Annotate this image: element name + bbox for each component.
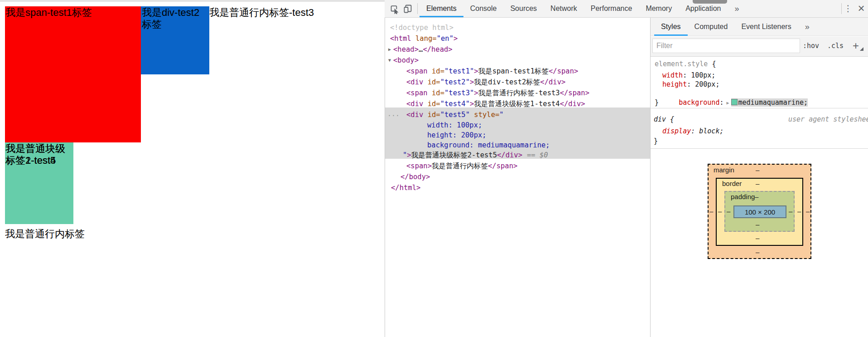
- more-tabs-button[interactable]: »: [728, 0, 746, 17]
- device-toolbar-icon: [402, 3, 413, 14]
- padding-right-value[interactable]: –: [789, 207, 792, 215]
- tab-elements[interactable]: Elements: [420, 0, 463, 17]
- background-value[interactable]: mediumaquamarine;: [738, 98, 808, 107]
- screenshot-root: 我是span-test1标签 我是div-test2标签 我是普通行内标签-te…: [0, 0, 868, 337]
- selected-tab-underline: [420, 16, 463, 17]
- dom-line-style-background[interactable]: background: mediumaquamarine;: [427, 140, 550, 150]
- padding-top-value[interactable]: –: [755, 193, 758, 200]
- dollar-zero-badge: == $0: [527, 151, 548, 159]
- style-prop-width[interactable]: width: 100px;: [662, 71, 715, 80]
- toolbar-separator: [417, 3, 418, 14]
- color-swatch[interactable]: [731, 99, 738, 105]
- toggle-class-button[interactable]: .cls: [827, 39, 844, 53]
- new-style-rule-button[interactable]: +: [853, 39, 859, 53]
- padding-left-value[interactable]: –: [727, 207, 730, 215]
- device-toolbar-button[interactable]: [401, 0, 415, 17]
- style-prop-background[interactable]: background:▶mediumaquamarine;: [662, 89, 808, 117]
- dom-line-doctype[interactable]: <!doctype html>: [390, 23, 453, 33]
- span-test3-text: 我是普通行内标签-test3: [209, 7, 314, 19]
- devtools-close-button[interactable]: ×: [854, 0, 868, 17]
- dom-line-span-test3[interactable]: <span id="test3">我是普通行内标签-test3</span>: [406, 88, 589, 98]
- border-top-value[interactable]: –: [756, 180, 759, 187]
- tab-styles[interactable]: Styles: [654, 18, 688, 36]
- margin-right-value[interactable]: –: [806, 207, 810, 215]
- expanded-arrow-icon[interactable]: ▼: [388, 58, 391, 63]
- margin-top-value[interactable]: –: [756, 166, 759, 174]
- styles-filter-input[interactable]: [652, 39, 800, 53]
- rule-div-close: }: [654, 137, 658, 146]
- div-test4-text: 我是普通块级标签1-test4: [5, 143, 74, 166]
- padding-label: padding: [731, 193, 755, 200]
- margin-bottom-value[interactable]: –: [756, 248, 759, 256]
- margin-label: margin: [714, 166, 734, 174]
- collapsed-arrow-icon[interactable]: ▶: [388, 47, 391, 52]
- section-divider: [651, 148, 868, 149]
- content-size-label: 100 × 200: [745, 208, 775, 216]
- span-test1-text: 我是span-test1标签: [5, 7, 92, 18]
- devtools-toolbar: Elements Console Sources Network Perform…: [385, 0, 868, 18]
- div-test2-block: 我是div-test2标签: [141, 6, 209, 74]
- tab-sources[interactable]: Sources: [503, 0, 544, 17]
- kebab-icon: ⋮: [844, 4, 853, 13]
- rule-div-selector[interactable]: div {: [654, 115, 674, 124]
- border-left-value[interactable]: –: [718, 207, 722, 215]
- toggle-hover-state-button[interactable]: :hov: [803, 39, 819, 53]
- dom-line-div-test5-close[interactable]: ">我是普通块级标签2-test5</div>== $0: [403, 150, 548, 160]
- style-prop-display[interactable]: display: block;: [662, 127, 723, 136]
- dom-line-div-test4[interactable]: <div id="test4">我是普通块级标签1-test4</div>: [406, 99, 585, 109]
- rule-element-style-selector[interactable]: element.style {: [655, 59, 716, 68]
- close-icon: ×: [858, 1, 864, 15]
- tab-network[interactable]: Network: [544, 0, 584, 17]
- dom-line-style-height[interactable]: height: 200px;: [427, 130, 487, 140]
- box-model-content[interactable]: 100 × 200: [733, 205, 786, 218]
- dom-line-body-open[interactable]: ▼<body>: [388, 55, 419, 65]
- tab-memory[interactable]: Memory: [639, 0, 679, 17]
- tab-event-listeners[interactable]: Event Listeners: [734, 18, 798, 36]
- rule-element-style-close: }: [655, 98, 659, 107]
- dom-line-html-open[interactable]: <html lang="en">: [390, 34, 458, 44]
- dom-line-plain-span[interactable]: <span>我是普通行内标签</span>: [406, 161, 517, 171]
- node-more-actions-marker[interactable]: ...: [387, 110, 400, 118]
- tab-console[interactable]: Console: [463, 0, 504, 17]
- sidebar-more-tabs-button[interactable]: »: [798, 18, 816, 36]
- style-prop-height[interactable]: height: 200px;: [662, 80, 719, 89]
- dom-line-div-test2[interactable]: <div id="test2">我是div-test2标签</div>: [406, 77, 565, 87]
- dom-line-div-test5-open[interactable]: <div id="test5" style=": [406, 110, 504, 120]
- border-right-value[interactable]: –: [797, 207, 801, 215]
- dom-line-span-test1[interactable]: <span id="test1">我是span-test1标签</span>: [406, 66, 578, 76]
- new-rule-corner-triangle: [860, 47, 863, 51]
- rule-origin-label: user agent stylesheet: [788, 115, 868, 124]
- border-bottom-value[interactable]: –: [756, 234, 759, 242]
- padding-bottom-value[interactable]: –: [756, 220, 759, 228]
- div-test2-text: 我是div-test2标签: [142, 7, 199, 30]
- span-test1-block: 我是span-test1标签: [5, 6, 141, 142]
- dom-line-style-width[interactable]: width: 100px;: [427, 120, 482, 130]
- tab-computed[interactable]: Computed: [688, 18, 735, 36]
- dom-line-head[interactable]: ▶<head>…</head>: [388, 44, 453, 54]
- dom-line-body-close[interactable]: </body>: [400, 172, 430, 182]
- inspect-icon: [389, 3, 400, 14]
- margin-left-value[interactable]: –: [709, 207, 713, 215]
- browser-viewport: 我是span-test1标签 我是div-test2标签 我是普通行内标签-te…: [0, 0, 385, 337]
- dom-line-html-close[interactable]: </html>: [391, 183, 420, 193]
- window-grip: [693, 0, 727, 4]
- viewport-top-strip: [0, 0, 385, 2]
- plain-span-text: 我是普通行内标签: [5, 228, 85, 240]
- devtools-menu-button[interactable]: ⋮: [842, 0, 854, 17]
- sidebar-divider[interactable]: [650, 18, 651, 337]
- inspect-element-button[interactable]: [387, 0, 401, 17]
- styles-tab-underline: [654, 34, 688, 36]
- rule-divider: [651, 108, 868, 108]
- tab-performance[interactable]: Performance: [584, 0, 639, 17]
- sidebar-tabs: Styles Computed Event Listeners »: [651, 18, 868, 36]
- expand-longhand-icon[interactable]: ▶: [726, 100, 729, 105]
- styles-filter-bar: :hov .cls +: [651, 36, 868, 57]
- border-label: border: [722, 180, 742, 187]
